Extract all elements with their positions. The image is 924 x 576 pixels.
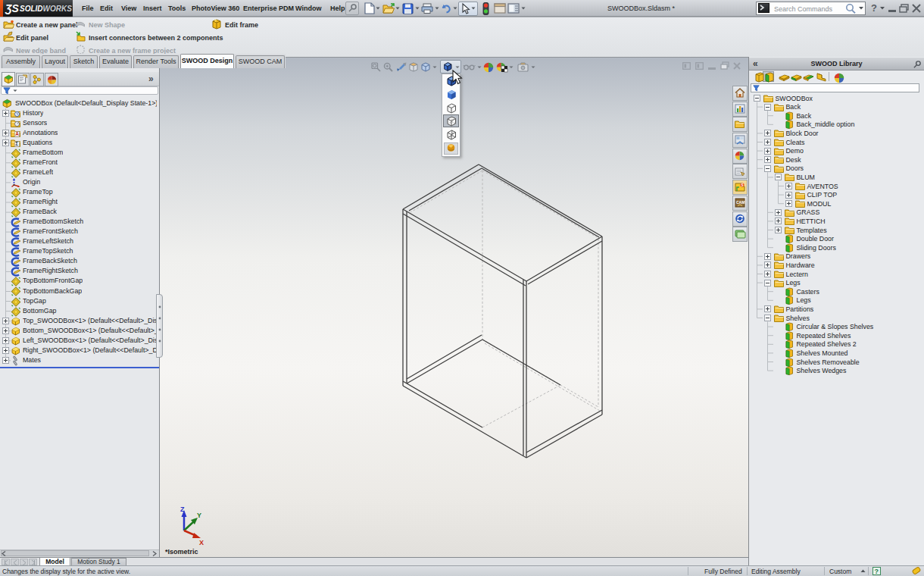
svg-text:Y: Y <box>197 512 201 519</box>
svg-text:A: A <box>15 131 19 136</box>
svg-text:CAM: CAM <box>736 200 745 205</box>
svg-text:Z: Z <box>180 506 185 513</box>
svg-text:Σ: Σ <box>15 141 18 146</box>
svg-text:S: S <box>741 183 744 187</box>
svg-text:X: X <box>199 539 204 546</box>
